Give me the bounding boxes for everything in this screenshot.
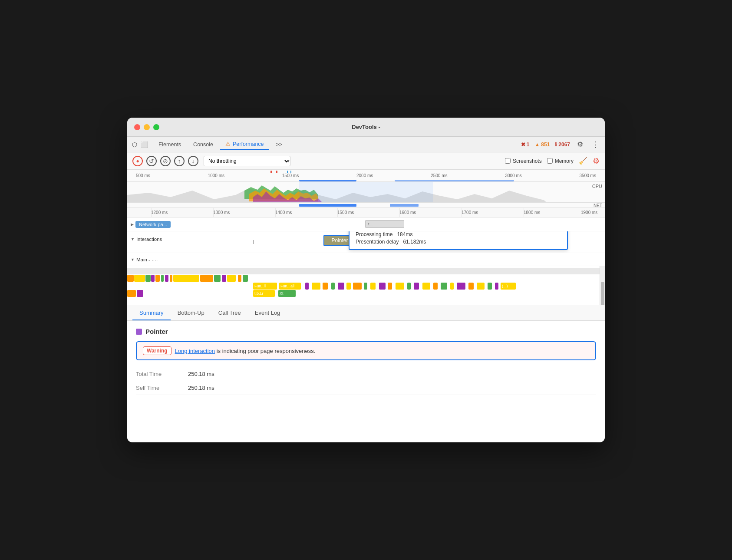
upload-button[interactable] [174,156,185,166]
tab-elements[interactable]: Elements [153,140,186,149]
interactions-label: ▼ Interactions [127,237,205,242]
time-ruler: 1200 ms 1300 ms 1400 ms 1500 ms 1600 ms … [127,208,605,217]
tab-console[interactable]: Console [188,140,218,149]
warning-label: Warning [143,346,171,355]
interactions-content: ⊢ Pointer 250.18 ms Pointer Long interac… [205,231,600,253]
long-interaction-link[interactable]: Long interaction [175,348,215,354]
detail-timeline: 1200 ms 1300 ms 1400 ms 1500 ms 1600 ms … [127,208,605,305]
warning-box: Warning Long interaction is indicating p… [136,341,596,360]
network-content: t... [205,217,605,231]
broom-icon[interactable]: 🧹 [579,157,587,165]
tab-badges: ✖ 1 ▲ 851 ℹ 2067 ⚙ ⋮ [521,138,601,151]
btab-call-tree[interactable]: Call Tree [211,306,248,320]
flame-area: Fun...ll Fun...all t.b.t.r Xt (...) [127,266,605,305]
close-button[interactable] [134,124,140,130]
info-badge: ℹ 2067 [555,142,570,148]
pointer-color-dot [136,329,142,335]
tab-bar: ⬡ ⬜ Elements Console ⚠ Performance >> ✖ … [127,137,605,152]
event-markers [270,171,291,173]
self-time-row: Self Time 250.18 ms [136,381,596,395]
total-time-row: Total Time 250.18 ms [136,367,596,381]
error-badge: ✖ 1 [521,142,530,148]
interactions-row: ▼ Interactions ⊢ Pointer 250.18 ms Poin [127,231,605,253]
selection-bar-2 [395,180,514,181]
time-ticks: 500 ms 1000 ms 1500 ms 2000 ms 2500 ms 3… [127,173,605,178]
record-bar: No throttling ▼ Screenshots Memory 🧹 ⚙ [127,152,605,170]
main-label: ▼ Main - - .. [127,257,205,262]
devtools-window: DevTools - ⬡ ⬜ Elements Console ⚠ Perfor… [127,118,605,442]
vertical-scrollbar[interactable] [600,266,605,305]
btab-bottom-up[interactable]: Bottom-Up [171,306,211,320]
tooltip-popup: 250.18 ms Pointer Long interaction is in… [349,231,568,250]
selection-bar-1 [299,180,356,181]
tooltip-presentation-delay: Presentation delay 61.182ms [356,239,561,245]
net-strip: NET [127,202,605,208]
btab-summary[interactable]: Summary [132,306,171,320]
settings-icon[interactable]: ⚙ [593,156,600,166]
btab-event-log[interactable]: Event Log [248,306,287,320]
screenshots-checkbox[interactable]: Screenshots [505,158,542,164]
titlebar: DevTools - [127,118,605,137]
download-button[interactable] [188,156,198,166]
net-label: NET [594,203,602,208]
tick-mark: ⊢ [253,239,257,245]
maximize-button[interactable] [153,124,159,130]
tab-performance[interactable]: ⚠ Performance [220,139,269,150]
overview-timeline[interactable]: 500 ms 1000 ms 1500 ms 2000 ms 2500 ms 3… [127,170,605,182]
tooltip-processing-time: Processing time 184ms [356,231,561,237]
tab-more[interactable]: >> [271,140,288,149]
net-block: t... [365,220,404,228]
record-options: Screenshots Memory 🧹 ⚙ [505,156,600,166]
clear-button[interactable] [160,156,171,166]
minimize-button[interactable] [144,124,150,130]
warning-text: Long interaction is indicating poor page… [175,348,316,354]
cursor-icon[interactable]: ⬡ [131,141,138,148]
warn-badge: ▲ 851 [534,142,550,148]
summary-title: Pointer [136,328,596,335]
net-bar-2 [390,204,419,207]
network-row: ▶ Network pa... t... [127,217,605,231]
scroll-thumb[interactable] [601,282,604,305]
reload-button[interactable] [146,156,157,166]
summary-panel: Pointer Warning Long interaction is indi… [127,321,605,442]
cpu-label: CPU [592,184,602,189]
throttle-dropdown[interactable]: No throttling [204,156,290,166]
main-row: ▼ Main - - .. [127,253,605,266]
dropdown-arrow[interactable]: ▼ [286,158,290,163]
memory-checkbox[interactable]: Memory [547,158,574,164]
more-button[interactable]: ⋮ [590,138,601,151]
record-button[interactable] [132,156,143,166]
net-bar-1 [299,204,356,207]
responsive-icon[interactable]: ⬜ [140,141,148,148]
window-controls [134,124,159,130]
gear-button[interactable]: ⚙ [575,138,585,150]
network-label: ▶ Network pa... [127,221,205,228]
window-title: DevTools - [352,124,380,130]
bottom-tab-bar: Summary Bottom-Up Call Tree Event Log [127,305,605,321]
flame-blocks: Fun...ll Fun...all t.b.t.r Xt (...) [127,266,600,305]
cpu-chart: CPU NET [127,182,605,208]
